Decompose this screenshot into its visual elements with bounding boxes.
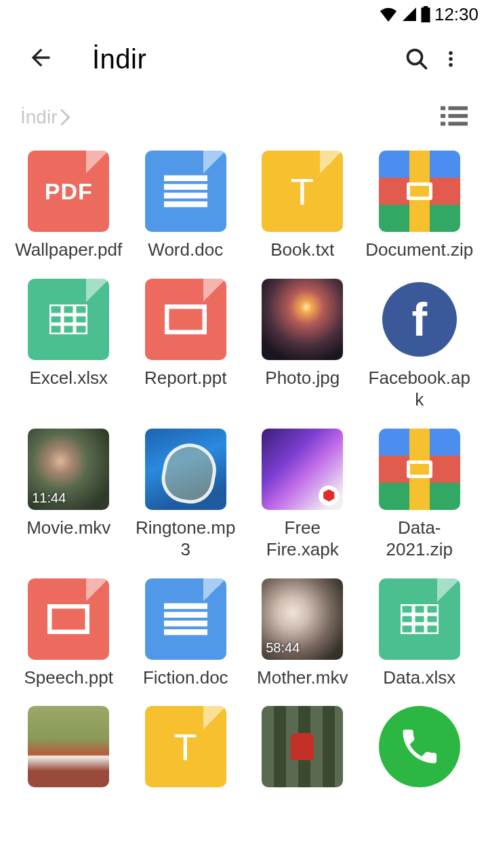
- file-name: Mother.mkv: [257, 667, 348, 689]
- file-item[interactable]: TBook.txt: [247, 151, 358, 261]
- file-thumbnail: [145, 151, 226, 232]
- svg-rect-7: [441, 106, 445, 111]
- svg-rect-26: [164, 620, 207, 627]
- file-name: Document.zip: [365, 239, 473, 261]
- file-item[interactable]: Photo.jpg: [247, 279, 358, 411]
- file-thumbnail: [145, 578, 226, 660]
- file-name: Movie.mkv: [26, 517, 110, 539]
- file-thumbnail: [262, 706, 343, 787]
- file-name: Data.xlsx: [383, 667, 455, 689]
- file-thumbnail: 58:44: [262, 578, 343, 660]
- file-thumbnail: f: [379, 279, 460, 360]
- file-name: Ringtone.mp3: [131, 517, 240, 561]
- back-button[interactable]: [27, 44, 54, 74]
- file-name: Report.ppt: [144, 367, 226, 389]
- app-header: İndir: [0, 28, 488, 90]
- svg-rect-12: [448, 122, 468, 126]
- svg-rect-23: [49, 606, 87, 632]
- file-item[interactable]: Ringtone.mp3: [131, 429, 241, 561]
- more-vert-icon: [441, 47, 461, 71]
- file-item[interactable]: Free Fire.xapk: [247, 429, 358, 561]
- file-item[interactable]: Speech.ppt: [14, 578, 124, 689]
- file-thumbnail: [262, 279, 343, 360]
- file-thumbnail: [379, 706, 460, 787]
- svg-rect-13: [164, 176, 207, 182]
- file-item[interactable]: [365, 706, 475, 794]
- cell-signal-icon: [402, 7, 417, 22]
- svg-rect-10: [448, 114, 468, 118]
- file-name: Data-2021.zip: [365, 517, 474, 561]
- svg-line-3: [420, 62, 426, 68]
- file-name: Wallpaper.pdf: [15, 239, 122, 261]
- svg-point-4: [449, 52, 453, 56]
- svg-rect-15: [164, 193, 207, 199]
- file-name: Speech.ppt: [24, 667, 113, 689]
- svg-rect-8: [448, 106, 468, 111]
- file-thumbnail: [28, 578, 109, 660]
- svg-point-5: [449, 57, 453, 61]
- svg-rect-14: [164, 184, 207, 190]
- chevron-right-icon: [60, 109, 72, 125]
- file-thumbnail: [379, 578, 460, 660]
- file-thumbnail: [262, 429, 343, 510]
- file-item[interactable]: Word.doc: [131, 151, 241, 261]
- svg-point-6: [449, 63, 453, 67]
- breadcrumb[interactable]: İndir: [20, 106, 72, 128]
- file-item[interactable]: [247, 706, 358, 794]
- svg-rect-27: [164, 629, 207, 635]
- svg-rect-0: [421, 7, 430, 22]
- svg-rect-9: [441, 114, 445, 118]
- file-item[interactable]: Data-2021.zip: [365, 429, 475, 561]
- file-thumbnail: T: [145, 706, 226, 787]
- file-item[interactable]: T: [131, 706, 241, 794]
- file-thumbnail: [145, 429, 226, 510]
- file-item[interactable]: Excel.xlsx: [14, 279, 124, 411]
- search-icon: [405, 47, 429, 71]
- file-name: Facebook.apk: [365, 367, 474, 411]
- breadcrumb-label: İndir: [20, 106, 57, 128]
- duration-badge: 11:44: [32, 490, 66, 506]
- breadcrumb-row: İndir: [0, 90, 488, 137]
- svg-rect-17: [49, 304, 87, 334]
- file-name: Word.doc: [148, 239, 223, 261]
- file-item[interactable]: Fiction.doc: [131, 578, 241, 689]
- file-item[interactable]: Data.xlsx: [365, 578, 475, 689]
- file-item[interactable]: Document.zip: [365, 151, 475, 261]
- svg-rect-28: [401, 604, 439, 634]
- arrow-left-icon: [27, 44, 54, 71]
- file-item[interactable]: PDFWallpaper.pdf: [14, 151, 124, 261]
- file-item[interactable]: Report.ppt: [131, 279, 241, 411]
- svg-rect-11: [441, 122, 445, 126]
- svg-rect-16: [164, 201, 207, 208]
- file-thumbnail: PDF: [28, 151, 109, 232]
- svg-rect-24: [164, 603, 207, 609]
- battery-icon: [421, 6, 430, 22]
- file-item[interactable]: 58:44Mother.mkv: [247, 578, 358, 689]
- file-thumbnail: [379, 429, 460, 510]
- svg-rect-22: [167, 307, 205, 332]
- file-thumbnail: T: [262, 151, 343, 232]
- file-item[interactable]: fFacebook.apk: [365, 279, 475, 411]
- status-time: 12:30: [434, 4, 479, 25]
- file-item[interactable]: 11:44Movie.mkv: [14, 429, 124, 561]
- wifi-icon: [379, 7, 398, 22]
- file-name: Fiction.doc: [143, 667, 228, 689]
- svg-rect-1: [424, 6, 428, 8]
- search-button[interactable]: [400, 47, 434, 71]
- page-title: İndir: [92, 44, 146, 75]
- file-name: Excel.xlsx: [29, 367, 108, 389]
- file-item[interactable]: [14, 706, 124, 794]
- file-thumbnail: [28, 706, 109, 787]
- svg-rect-25: [164, 612, 207, 618]
- file-name: Photo.jpg: [265, 367, 340, 389]
- file-thumbnail: [145, 279, 226, 360]
- view-toggle-button[interactable]: [441, 104, 468, 130]
- file-thumbnail: 11:44: [28, 429, 109, 510]
- file-name: Book.txt: [270, 239, 334, 261]
- file-name: Free Fire.xapk: [248, 517, 357, 561]
- list-view-icon: [441, 104, 468, 127]
- duration-badge: 58:44: [266, 640, 300, 656]
- file-grid: PDFWallpaper.pdfWord.docTBook.txtDocumen…: [0, 137, 488, 794]
- more-button[interactable]: [434, 47, 468, 71]
- file-thumbnail: [379, 151, 460, 232]
